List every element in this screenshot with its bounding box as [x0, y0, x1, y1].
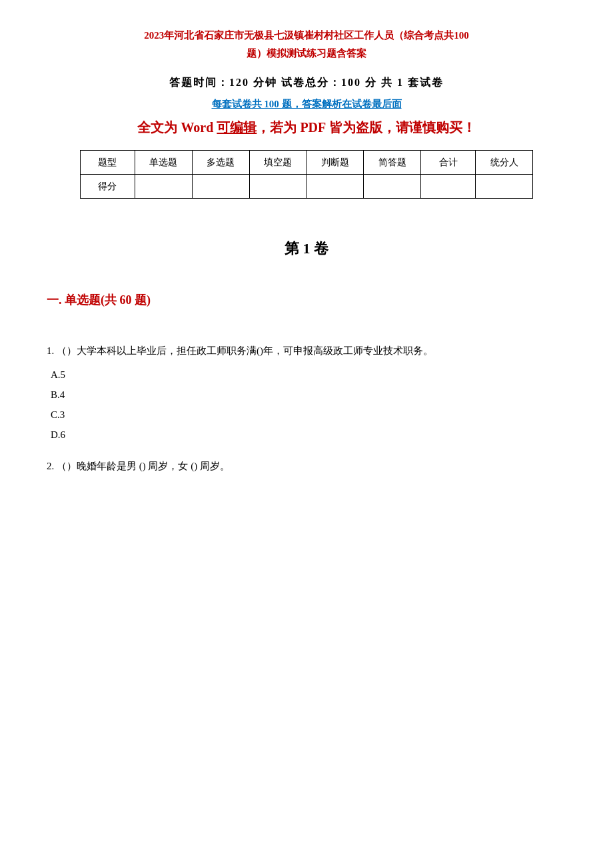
- score-table-header-row: 题型 单选题 多选题 填空题 判断题 简答题 合计 统分人: [81, 151, 533, 175]
- col-fill: 填空题: [249, 151, 306, 175]
- col-single: 单选题: [135, 151, 192, 175]
- red-text-content: 全文为 Word 可编辑，若为 PDF 皆为盗版，请谨慎购买！: [137, 120, 475, 135]
- score-judge: [306, 175, 364, 199]
- row-label-score: 得分: [81, 175, 135, 199]
- score-fill: [249, 175, 306, 199]
- highlight-red-text: 全文为 Word 可编辑，若为 PDF 皆为盗版，请谨慎购买！: [47, 119, 566, 137]
- score-single: [135, 175, 192, 199]
- q1-option-a: A.5: [51, 365, 566, 385]
- col-multi: 多选题: [192, 151, 249, 175]
- exam-info: 答题时间：120 分钟 试卷总分：100 分 共 1 套试卷: [47, 76, 566, 90]
- q2-content: （）晚婚年龄是男 () 周岁，女 () 周岁。: [57, 461, 230, 471]
- score-short: [364, 175, 421, 199]
- score-total: [421, 175, 476, 199]
- highlight-blue-text: 每套试卷共 100 题，答案解析在试卷最后面: [47, 98, 566, 111]
- q1-options: A.5 B.4 C.3 D.6: [51, 365, 566, 445]
- col-short: 简答题: [364, 151, 421, 175]
- q1-option-b: B.4: [51, 385, 566, 405]
- section-one-header: 一. 单选题(共 60 题): [47, 292, 566, 308]
- question-1: 1. （）大学本科以上毕业后，担任政工师职务满()年，可申报高级政工师专业技术职…: [47, 341, 566, 445]
- q1-content: （）大学本科以上毕业后，担任政工师职务满()年，可申报高级政工师专业技术职务。: [57, 345, 433, 356]
- q1-option-d: D.6: [51, 425, 566, 445]
- score-table-container: 题型 单选题 多选题 填空题 判断题 简答题 合计 统分人 得分: [47, 150, 566, 199]
- score-table: 题型 单选题 多选题 填空题 判断题 简答题 合计 统分人 得分: [80, 150, 533, 199]
- q1-number: 1.: [47, 345, 54, 356]
- volume-title: 第 1 卷: [47, 239, 566, 259]
- score-table-data-row: 得分: [81, 175, 533, 199]
- title-line1: 2023年河北省石家庄市无极县七汲镇崔村村社区工作人员（综合考点共100: [47, 27, 566, 45]
- col-scorer: 统分人: [476, 151, 533, 175]
- page-title: 2023年河北省石家庄市无极县七汲镇崔村村社区工作人员（综合考点共100 题）模…: [47, 27, 566, 63]
- score-scorer: [476, 175, 533, 199]
- q1-option-c: C.3: [51, 405, 566, 425]
- question-2: 2. （）晚婚年龄是男 () 周岁，女 () 周岁。: [47, 457, 566, 476]
- question-1-text: 1. （）大学本科以上毕业后，担任政工师职务满()年，可申报高级政工师专业技术职…: [47, 341, 566, 361]
- score-multi: [192, 175, 249, 199]
- col-judge: 判断题: [306, 151, 364, 175]
- q2-number: 2.: [47, 461, 54, 471]
- title-line2: 题）模拟测试练习题含答案: [47, 45, 566, 63]
- question-2-text: 2. （）晚婚年龄是男 () 周岁，女 () 周岁。: [47, 457, 566, 476]
- col-total: 合计: [421, 151, 476, 175]
- col-type: 题型: [81, 151, 135, 175]
